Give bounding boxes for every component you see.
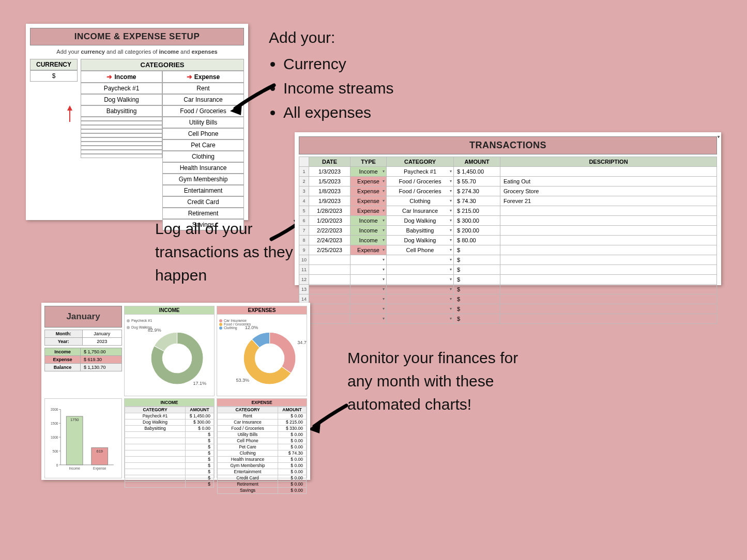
type-cell[interactable]	[350, 314, 387, 324]
date-cell[interactable]	[309, 294, 350, 304]
date-cell[interactable]	[309, 265, 350, 275]
category-cell[interactable]: Dog Walking	[387, 236, 454, 245]
expense-category-cell[interactable]: Pet Care	[162, 139, 244, 151]
currency-value[interactable]: $	[30, 70, 78, 82]
type-cell[interactable]: Expense	[350, 245, 387, 255]
type-cell[interactable]: Income	[350, 216, 387, 226]
date-cell[interactable]: 1/3/2023	[309, 167, 350, 177]
date-cell[interactable]: 1/9/2023	[309, 196, 350, 206]
amount-cell[interactable]: $	[454, 314, 500, 324]
income-category-cell[interactable]	[81, 133, 162, 137]
type-cell[interactable]	[350, 285, 387, 294]
amount-cell[interactable]: $ 55.70	[454, 177, 500, 186]
income-category-cell[interactable]	[81, 125, 162, 129]
type-cell[interactable]	[350, 255, 387, 265]
amount-cell[interactable]: $	[454, 304, 500, 314]
expense-category-cell[interactable]: Clothing	[162, 151, 244, 162]
income-category-cell[interactable]	[81, 121, 162, 125]
income-category-cell[interactable]	[81, 142, 162, 146]
description-cell[interactable]	[500, 255, 717, 265]
description-cell[interactable]	[500, 285, 717, 294]
type-cell[interactable]	[350, 294, 387, 304]
description-cell[interactable]: Forever 21	[500, 196, 717, 206]
expense-category-cell[interactable]: Gym Membership	[162, 174, 244, 185]
income-category-cell[interactable]	[81, 154, 162, 158]
type-cell[interactable]	[350, 275, 387, 285]
income-category-cell[interactable]	[81, 146, 162, 150]
expense-category-cell[interactable]: Health Insurance	[162, 162, 244, 174]
category-cell[interactable]	[387, 314, 454, 324]
type-cell[interactable]: Income	[350, 236, 387, 245]
amount-cell[interactable]: $ 80.00	[454, 236, 500, 245]
description-cell[interactable]: Eating Out	[500, 177, 717, 186]
date-cell[interactable]: 2/25/2023	[309, 245, 350, 255]
amount-cell[interactable]: $ 74.30	[454, 196, 500, 206]
expense-category-cell[interactable]: Cell Phone	[162, 128, 244, 139]
amount-cell[interactable]: $ 274.30	[454, 186, 500, 196]
amount-cell[interactable]: $	[454, 294, 500, 304]
category-cell[interactable]: Cell Phone	[387, 245, 454, 255]
amount-cell[interactable]: $	[454, 265, 500, 275]
type-cell[interactable]: Expense	[350, 196, 387, 206]
type-cell[interactable]: Income	[350, 167, 387, 177]
category-cell[interactable]: Clothing	[387, 196, 454, 206]
amount-cell[interactable]: $	[454, 245, 500, 255]
date-cell[interactable]	[309, 255, 350, 265]
category-cell[interactable]: Dog Walking	[387, 216, 454, 226]
date-cell[interactable]: 1/5/2023	[309, 177, 350, 186]
month-select[interactable]: January	[82, 330, 121, 338]
amount-cell[interactable]: $ 300.00	[454, 216, 500, 226]
income-category-cell[interactable]	[81, 117, 162, 121]
category-cell[interactable]	[387, 275, 454, 285]
date-cell[interactable]	[309, 275, 350, 285]
date-cell[interactable]	[309, 314, 350, 324]
description-cell[interactable]	[500, 294, 717, 304]
amount-cell[interactable]: $	[454, 285, 500, 294]
expense-category-cell[interactable]: Entertainment	[162, 185, 244, 196]
description-cell[interactable]	[500, 226, 717, 236]
date-cell[interactable]	[309, 285, 350, 294]
type-cell[interactable]	[350, 304, 387, 314]
type-cell[interactable]: Income	[350, 226, 387, 236]
income-category-cell[interactable]: Babysitting	[81, 105, 162, 117]
date-cell[interactable]: 1/28/2023	[309, 206, 350, 216]
category-cell[interactable]	[387, 304, 454, 314]
income-category-cell[interactable]	[81, 129, 162, 133]
income-category-cell[interactable]: Dog Walking	[81, 94, 162, 105]
category-cell[interactable]: Car Insurance	[387, 206, 454, 216]
date-cell[interactable]: 1/20/2023	[309, 216, 350, 226]
category-cell[interactable]	[387, 294, 454, 304]
date-cell[interactable]: 2/22/2023	[309, 226, 350, 236]
category-cell[interactable]	[387, 255, 454, 265]
date-cell[interactable]: 2/24/2023	[309, 236, 350, 245]
category-cell[interactable]: Babysitting	[387, 226, 454, 236]
income-category-cell[interactable]: Paycheck #1	[81, 83, 162, 94]
description-cell[interactable]	[500, 275, 717, 285]
description-cell[interactable]	[500, 167, 717, 177]
type-cell[interactable]: Expense	[350, 177, 387, 186]
description-cell[interactable]	[500, 216, 717, 226]
description-cell[interactable]	[500, 236, 717, 245]
date-cell[interactable]	[309, 304, 350, 314]
amount-cell[interactable]: $ 200.00	[454, 226, 500, 236]
category-cell[interactable]	[387, 265, 454, 275]
date-cell[interactable]: 1/8/2023	[309, 186, 350, 196]
amount-cell[interactable]: $ 215.00	[454, 206, 500, 216]
description-cell[interactable]	[500, 245, 717, 255]
category-cell[interactable]: Paycheck #1	[387, 167, 454, 177]
category-cell[interactable]	[387, 285, 454, 294]
amount-cell[interactable]: $	[454, 275, 500, 285]
category-cell[interactable]: Food / Groceries	[387, 186, 454, 196]
description-cell[interactable]	[500, 265, 717, 275]
income-category-cell[interactable]	[81, 150, 162, 154]
description-cell[interactable]	[500, 206, 717, 216]
description-cell[interactable]	[500, 304, 717, 314]
amount-cell[interactable]: $	[454, 255, 500, 265]
expense-category-cell[interactable]: Credit Card	[162, 196, 244, 208]
amount-cell[interactable]: $ 1,450.00	[454, 167, 500, 177]
type-cell[interactable]	[350, 265, 387, 275]
type-cell[interactable]: Expense	[350, 186, 387, 196]
description-cell[interactable]	[500, 314, 717, 324]
type-cell[interactable]: Expense	[350, 206, 387, 216]
category-cell[interactable]: Food / Groceries	[387, 177, 454, 186]
